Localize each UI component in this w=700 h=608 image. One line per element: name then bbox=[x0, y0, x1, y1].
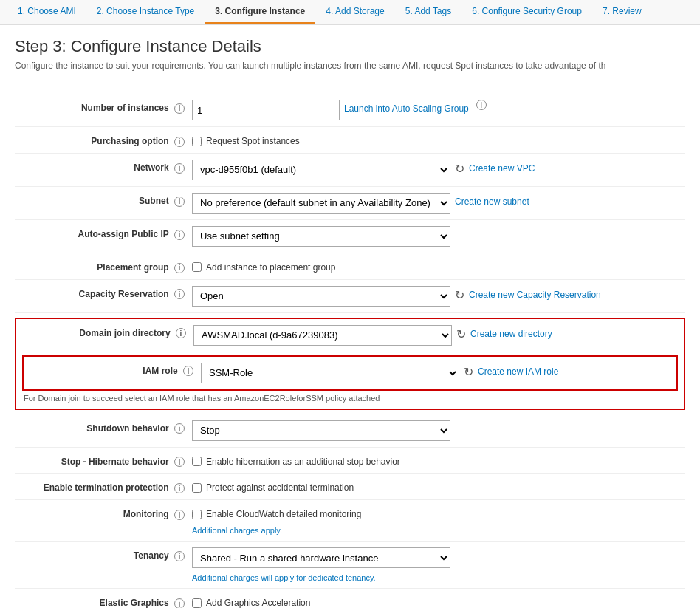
page-title: Step 3: Configure Instance Details bbox=[15, 37, 685, 56]
capacity-reservation-label: Capacity Reservation bbox=[79, 289, 169, 299]
iam-role-select[interactable]: SSM-Role bbox=[201, 363, 459, 383]
auto-assign-ip-info-icon[interactable]: i bbox=[174, 230, 185, 240]
stop-hibernate-info-icon[interactable]: i bbox=[174, 457, 185, 467]
row-iam-role: IAM role i SSM-Role ↻ Create new IAM rol… bbox=[24, 357, 676, 389]
page-subtitle: Configure the instance to suit your requ… bbox=[15, 61, 685, 71]
page-content: Step 3: Configure Instance Details Confi… bbox=[0, 25, 700, 608]
subnet-info-icon[interactable]: i bbox=[174, 197, 185, 207]
monitoring-checkbox[interactable] bbox=[192, 510, 202, 519]
row-purchasing-option: Purchasing option i Request Spot instanc… bbox=[15, 127, 685, 154]
create-iam-role-link[interactable]: Create new IAM role bbox=[478, 363, 558, 377]
shutdown-behavior-select[interactable]: Stop bbox=[192, 420, 450, 441]
stop-hibernate-checkbox-text: Enable hibernation as an additional stop… bbox=[206, 457, 400, 467]
number-of-instances-info-icon[interactable]: i bbox=[174, 103, 185, 114]
purchasing-option-info-icon[interactable]: i bbox=[174, 137, 185, 147]
create-new-directory-link[interactable]: Create new directory bbox=[470, 325, 552, 339]
subnet-select[interactable]: No preference (default subnet in any Ava… bbox=[192, 193, 450, 214]
termination-protection-label: Enable termination protection bbox=[44, 482, 169, 493]
wizard-step-configure-instance[interactable]: 3. Configure Instance bbox=[205, 0, 315, 24]
placement-group-info-icon[interactable]: i bbox=[174, 263, 185, 273]
termination-protection-checkbox[interactable] bbox=[192, 483, 202, 493]
capacity-reservation-info-icon[interactable]: i bbox=[174, 289, 185, 299]
network-label: Network bbox=[134, 163, 168, 173]
row-number-of-instances: Number of instances i Launch into Auto S… bbox=[15, 94, 685, 127]
placement-group-checkbox-text: Add instance to placement group bbox=[206, 262, 335, 273]
iam-role-highlight-inner: IAM role i SSM-Role ↻ Create new IAM rol… bbox=[16, 355, 684, 406]
monitoring-hint: Additional charges apply. bbox=[192, 526, 685, 535]
stop-hibernate-checkbox[interactable] bbox=[192, 457, 202, 466]
termination-protection-info-icon[interactable]: i bbox=[174, 483, 185, 493]
purchasing-option-checkbox-text: Request Spot instances bbox=[206, 136, 300, 146]
row-elastic-graphics: Elastic Graphics i Add Graphics Accelera… bbox=[15, 589, 685, 608]
wizard-step-add-storage[interactable]: 4. Add Storage bbox=[315, 0, 394, 24]
row-domain-join: Domain join directory i AWSMAD.local (d-… bbox=[16, 319, 684, 352]
row-shutdown-behavior: Shutdown behavior i Stop bbox=[15, 414, 685, 448]
iam-role-label: IAM role bbox=[143, 366, 177, 376]
wizard-step-configure-security-group[interactable]: 6. Configure Security Group bbox=[461, 0, 592, 24]
network-select[interactable]: vpc-d955f0b1 (default) bbox=[192, 160, 450, 180]
capacity-reservation-refresh-icon[interactable]: ↻ bbox=[455, 286, 464, 302]
row-stop-hibernate: Stop - Hibernate behavior i Enable hiber… bbox=[15, 448, 685, 474]
tenancy-info-icon[interactable]: i bbox=[174, 551, 185, 561]
monitoring-info-icon[interactable]: i bbox=[174, 510, 185, 520]
capacity-reservation-select[interactable]: Open bbox=[192, 286, 450, 307]
number-of-instances-input[interactable] bbox=[192, 100, 340, 120]
wizard-nav: 1. Choose AMI 2. Choose Instance Type 3.… bbox=[0, 0, 700, 25]
purchasing-option-checkbox[interactable] bbox=[192, 137, 202, 146]
elastic-graphics-checkbox-text: Add Graphics Acceleration bbox=[206, 598, 310, 608]
tenancy-select[interactable]: Shared - Run a shared hardware instance bbox=[192, 547, 450, 568]
create-capacity-reservation-link[interactable]: Create new Capacity Reservation bbox=[469, 286, 601, 300]
monitoring-checkbox-label: Enable CloudWatch detailed monitoring bbox=[192, 506, 361, 519]
row-capacity-reservation: Capacity Reservation i Open ↻ Create new… bbox=[15, 280, 685, 313]
tenancy-label: Tenancy bbox=[134, 550, 169, 561]
termination-protection-checkbox-text: Protect against accidental termination bbox=[206, 482, 354, 493]
stop-hibernate-checkbox-label: Enable hibernation as an additional stop… bbox=[192, 454, 400, 467]
termination-protection-checkbox-label: Protect against accidental termination bbox=[192, 479, 354, 493]
shutdown-behavior-label: Shutdown behavior bbox=[86, 423, 168, 434]
elastic-graphics-label: Elastic Graphics bbox=[100, 598, 169, 608]
purchasing-option-label: Purchasing option bbox=[91, 136, 168, 146]
row-subnet: Subnet i No preference (default subnet i… bbox=[15, 187, 685, 220]
form-section: Number of instances i Launch into Auto S… bbox=[15, 86, 685, 608]
iam-role-info-icon[interactable]: i bbox=[183, 366, 193, 376]
monitoring-checkbox-text: Enable CloudWatch detailed monitoring bbox=[206, 509, 361, 519]
network-refresh-icon[interactable]: ↻ bbox=[455, 160, 464, 176]
wizard-step-review[interactable]: 7. Review bbox=[592, 0, 652, 24]
auto-assign-ip-select[interactable]: Use subnet setting bbox=[192, 226, 450, 247]
iam-role-inner-box: IAM role i SSM-Role ↻ Create new IAM rol… bbox=[22, 355, 678, 391]
row-tenancy: Tenancy i Shared - Run a shared hardware… bbox=[15, 542, 685, 589]
stop-hibernate-label: Stop - Hibernate behavior bbox=[61, 457, 169, 467]
wizard-step-add-tags[interactable]: 5. Add Tags bbox=[395, 0, 462, 24]
subnet-label: Subnet bbox=[139, 196, 169, 206]
domain-join-select[interactable]: AWSMAD.local (d-9a67239083) bbox=[193, 325, 452, 346]
row-auto-assign-ip: Auto-assign Public IP i Use subnet setti… bbox=[15, 220, 685, 253]
placement-group-checkbox[interactable] bbox=[192, 262, 202, 272]
launch-auto-scaling-info-icon[interactable]: i bbox=[476, 100, 487, 110]
monitoring-hint-link[interactable]: Additional charges apply. bbox=[192, 526, 282, 535]
iam-role-refresh-icon[interactable]: ↻ bbox=[464, 363, 473, 379]
elastic-graphics-checkbox[interactable] bbox=[192, 598, 202, 608]
tenancy-hint: Additional charges will apply for dedica… bbox=[192, 573, 450, 582]
network-info-icon[interactable]: i bbox=[174, 163, 185, 174]
create-new-vpc-link[interactable]: Create new VPC bbox=[469, 160, 535, 174]
shutdown-behavior-info-icon[interactable]: i bbox=[174, 423, 185, 434]
wizard-step-choose-instance-type[interactable]: 2. Choose Instance Type bbox=[86, 0, 205, 24]
row-termination-protection: Enable termination protection i Protect … bbox=[15, 474, 685, 500]
row-placement-group: Placement group i Add instance to placem… bbox=[15, 253, 685, 280]
domain-iam-highlight-box: Domain join directory i AWSMAD.local (d-… bbox=[15, 318, 685, 410]
elastic-graphics-info-icon[interactable]: i bbox=[174, 598, 185, 608]
auto-assign-ip-label: Auto-assign Public IP bbox=[78, 229, 169, 239]
monitoring-label: Monitoring bbox=[123, 509, 169, 519]
purchasing-option-checkbox-label: Request Spot instances bbox=[192, 133, 300, 146]
domain-join-info-icon[interactable]: i bbox=[176, 328, 186, 338]
row-network: Network i vpc-d955f0b1 (default) ↻ Creat… bbox=[15, 154, 685, 187]
tenancy-hint-link[interactable]: Additional charges will apply for dedica… bbox=[192, 573, 376, 582]
create-new-subnet-link[interactable]: Create new subnet bbox=[455, 193, 529, 207]
domain-join-label: Domain join directory bbox=[79, 328, 170, 338]
iam-role-hint: For Domain join to succeed select an IAM… bbox=[16, 394, 684, 406]
number-of-instances-label: Number of instances bbox=[81, 103, 169, 113]
domain-join-refresh-icon[interactable]: ↻ bbox=[456, 325, 466, 341]
launch-auto-scaling-link[interactable]: Launch into Auto Scaling Group bbox=[344, 100, 469, 114]
wizard-step-choose-ami[interactable]: 1. Choose AMI bbox=[7, 0, 86, 24]
placement-group-checkbox-label: Add instance to placement group bbox=[192, 259, 335, 273]
